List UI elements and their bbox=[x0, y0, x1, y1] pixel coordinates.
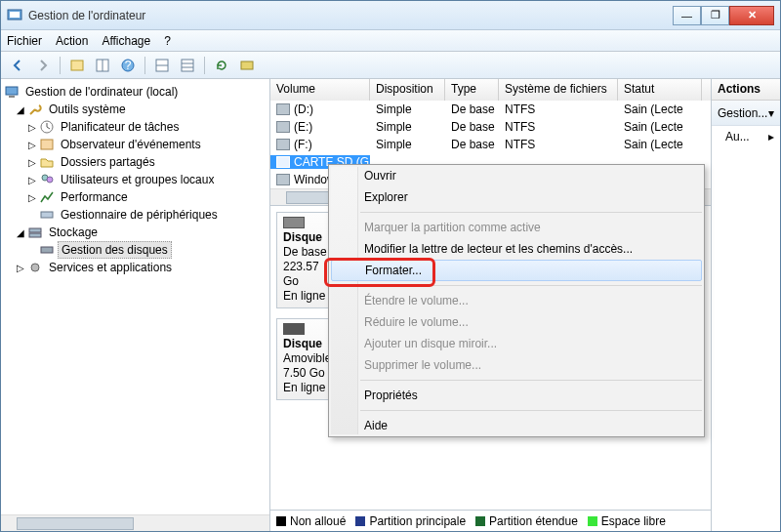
refresh-icon[interactable] bbox=[211, 55, 232, 76]
device-icon bbox=[39, 207, 55, 223]
legend-primary: Partition principale bbox=[355, 514, 466, 528]
svg-rect-16 bbox=[41, 140, 53, 149]
event-icon bbox=[39, 137, 55, 152]
window-controls: — ❐ ✕ bbox=[673, 6, 774, 25]
legend-unallocated: Non alloué bbox=[276, 514, 346, 528]
svg-rect-14 bbox=[9, 96, 15, 98]
ctx-mark-active: Marquer la partition comme active bbox=[329, 217, 704, 238]
ctx-open[interactable]: Ouvrir bbox=[329, 165, 704, 186]
ctx-extend: Étendre le volume... bbox=[329, 290, 704, 311]
grid-row[interactable]: (F:)SimpleDe baseNTFSSain (Lecte bbox=[270, 136, 711, 153]
svg-rect-12 bbox=[241, 61, 253, 69]
ctx-delete: Supprimer le volume... bbox=[329, 354, 704, 376]
tree-disk-management[interactable]: Gestion des disques bbox=[3, 241, 267, 259]
context-menu: Ouvrir Explorer Marquer la partition com… bbox=[328, 164, 705, 437]
legend-free: Espace libre bbox=[588, 514, 666, 528]
svg-rect-1 bbox=[10, 12, 20, 18]
actions-pane: Actions Gestion...▾ Au...▸ bbox=[712, 79, 780, 531]
layout-icon-2[interactable] bbox=[151, 55, 173, 76]
tree-sys-tools[interactable]: ◢Outils système bbox=[3, 101, 267, 118]
tree-services[interactable]: ▷Services et applications bbox=[3, 259, 267, 276]
removable-icon bbox=[283, 323, 305, 335]
col-layout[interactable]: Disposition bbox=[370, 79, 445, 101]
menu-file[interactable]: Fichier bbox=[7, 34, 42, 48]
grid-row[interactable]: (D:)SimpleDe baseNTFSSain (Lecte bbox=[270, 101, 711, 118]
chevron-down-icon: ▾ bbox=[768, 106, 774, 120]
ctx-change-letter[interactable]: Modifier la lettre de lecteur et les che… bbox=[329, 238, 704, 260]
menu-help[interactable]: ? bbox=[164, 34, 171, 48]
tree-device-manager[interactable]: Gestionnaire de périphériques bbox=[3, 206, 267, 224]
volume-icon bbox=[276, 174, 290, 185]
clock-icon bbox=[39, 119, 55, 135]
svg-rect-13 bbox=[6, 87, 18, 95]
svg-rect-22 bbox=[41, 247, 53, 253]
svg-text:?: ? bbox=[125, 59, 132, 72]
ctx-explore[interactable]: Explorer bbox=[329, 186, 704, 208]
legend-extended: Partition étendue bbox=[475, 514, 578, 528]
volume-icon bbox=[276, 139, 290, 150]
grid-header: Volume Disposition Type Système de fichi… bbox=[270, 79, 711, 101]
tree-task-scheduler[interactable]: ▷Planificateur de tâches bbox=[3, 118, 267, 136]
settings-icon[interactable] bbox=[236, 55, 258, 76]
computer-icon bbox=[4, 84, 20, 100]
folder-share-icon bbox=[39, 154, 55, 170]
help-icon[interactable]: ? bbox=[117, 55, 139, 76]
col-type[interactable]: Type bbox=[445, 79, 499, 101]
tree-local-users[interactable]: ▷Utilisateurs et groupes locaux bbox=[3, 171, 267, 188]
svg-point-18 bbox=[47, 177, 53, 183]
col-volume[interactable]: Volume bbox=[270, 79, 370, 101]
tree-performance[interactable]: ▷Performance bbox=[3, 188, 267, 206]
menubar: Fichier Action Affichage ? bbox=[1, 30, 780, 52]
toolbar: ? bbox=[1, 52, 780, 79]
disk-icon bbox=[39, 242, 55, 258]
tree-scrollbar[interactable] bbox=[1, 514, 269, 531]
legend: Non alloué Partition principale Partitio… bbox=[270, 510, 711, 531]
tree-root[interactable]: Gestion de l'ordinateur (local) bbox=[3, 83, 267, 101]
close-button[interactable]: ✕ bbox=[729, 6, 774, 25]
svg-rect-9 bbox=[182, 60, 193, 71]
ctx-format[interactable]: Formater... bbox=[331, 260, 702, 281]
tools-icon bbox=[27, 102, 43, 117]
ctx-properties[interactable]: Propriétés bbox=[329, 385, 704, 406]
minimize-button[interactable]: — bbox=[673, 6, 701, 25]
svg-rect-20 bbox=[29, 228, 41, 232]
volume-icon bbox=[276, 121, 290, 133]
svg-rect-2 bbox=[71, 61, 83, 70]
col-status[interactable]: Statut bbox=[618, 79, 702, 101]
ctx-help[interactable]: Aide bbox=[329, 415, 704, 436]
hdd-icon bbox=[283, 217, 305, 228]
back-button[interactable] bbox=[7, 55, 28, 76]
svg-point-23 bbox=[31, 264, 39, 271]
chevron-right-icon: ▸ bbox=[768, 130, 774, 143]
tree-storage[interactable]: ◢Stockage bbox=[3, 224, 267, 241]
volume-icon bbox=[276, 103, 290, 115]
tree-event-viewer[interactable]: ▷Observateur d'événements bbox=[3, 136, 267, 153]
grid-row[interactable]: (E:)SimpleDe baseNTFSSain (Lecte bbox=[270, 118, 711, 136]
tree-shared-folders[interactable]: ▷Dossiers partagés bbox=[3, 153, 267, 171]
menu-view[interactable]: Affichage bbox=[102, 34, 150, 48]
actions-more[interactable]: Au...▸ bbox=[712, 126, 780, 147]
titlebar: Gestion de l'ordinateur — ❐ ✕ bbox=[1, 1, 780, 30]
layout-icon-1[interactable] bbox=[92, 55, 113, 76]
properties-icon[interactable] bbox=[66, 55, 88, 76]
app-icon bbox=[7, 8, 22, 23]
col-filesystem[interactable]: Système de fichiers bbox=[499, 79, 618, 101]
users-icon bbox=[39, 172, 55, 187]
tree-pane: Gestion de l'ordinateur (local) ◢Outils … bbox=[1, 79, 270, 531]
window-title: Gestion de l'ordinateur bbox=[28, 9, 673, 22]
ctx-mirror: Ajouter un disque miroir... bbox=[329, 333, 704, 354]
svg-rect-21 bbox=[29, 233, 41, 237]
maximize-button[interactable]: ❐ bbox=[701, 6, 729, 25]
ctx-shrink: Réduire le volume... bbox=[329, 311, 704, 333]
svg-rect-19 bbox=[41, 212, 53, 218]
actions-gestion[interactable]: Gestion...▾ bbox=[712, 101, 780, 126]
perf-icon bbox=[39, 189, 55, 205]
actions-heading: Actions bbox=[712, 79, 780, 101]
volume-icon bbox=[276, 156, 290, 168]
menu-action[interactable]: Action bbox=[56, 34, 88, 48]
storage-icon bbox=[27, 225, 43, 240]
gear-icon bbox=[27, 260, 43, 275]
forward-button[interactable] bbox=[32, 55, 54, 76]
layout-icon-3[interactable] bbox=[177, 55, 198, 76]
